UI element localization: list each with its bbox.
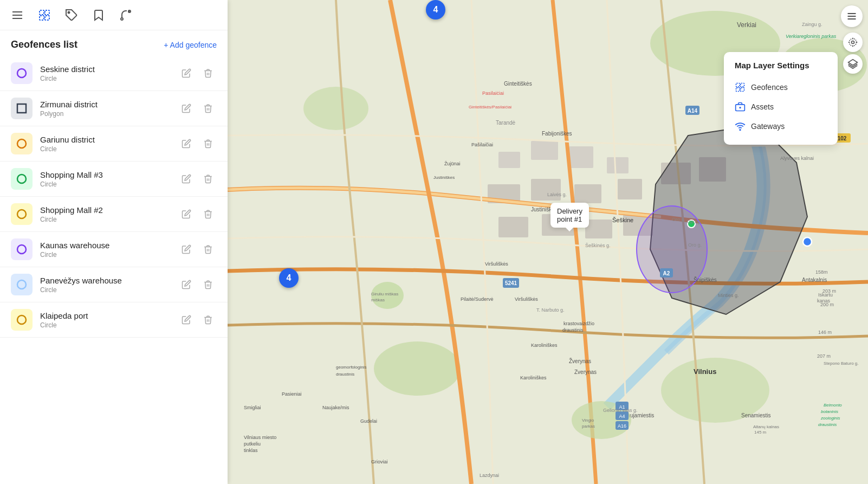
svg-point-16	[17, 280, 26, 289]
edit-geofence-button[interactable]	[178, 64, 195, 82]
delete-geofence-button[interactable]	[199, 241, 217, 258]
svg-text:Verkiai: Verkiai	[737, 21, 756, 29]
svg-point-15	[17, 245, 26, 254]
add-geofence-button[interactable]: + Add geofence	[164, 41, 217, 49]
geofences-layer-label: Geofences	[751, 83, 788, 92]
geofence-info: Shopping Mall #2 Circle	[40, 205, 170, 223]
svg-point-22	[374, 341, 461, 396]
bookmark-tool-icon[interactable]	[90, 7, 107, 24]
geofence-info: Gariunu district Circle	[40, 135, 170, 153]
geofence-shape-icon	[11, 133, 33, 154]
svg-text:A4: A4	[619, 414, 625, 419]
edit-geofence-button[interactable]	[178, 311, 195, 328]
svg-point-137	[852, 41, 854, 44]
cluster-badge-center[interactable]: 4	[279, 268, 299, 288]
layer-settings-title: Map Layer Settings	[735, 61, 827, 70]
svg-text:102: 102	[838, 135, 847, 141]
svg-text:Altanų kalnas: Altanų kalnas	[753, 424, 779, 429]
edit-geofence-button[interactable]	[178, 135, 195, 152]
map-layer-settings-panel: Map Layer Settings Geofences Assets	[724, 52, 838, 145]
delete-geofence-button[interactable]	[199, 100, 217, 117]
svg-text:Karoliniškes: Karoliniškes	[520, 375, 547, 380]
svg-text:Oro g.: Oro g.	[672, 217, 685, 222]
map-area[interactable]: Tarandė Pasilaiċiai Ginteitiškės/Pasilai…	[228, 0, 868, 484]
svg-point-14	[17, 210, 26, 218]
geofences-list-title: Geofences list	[11, 39, 77, 50]
delete-geofence-button[interactable]	[199, 205, 217, 223]
svg-rect-26	[569, 146, 593, 168]
geofence-shape-icon	[11, 274, 33, 295]
location-button[interactable]	[843, 33, 863, 52]
route-tool-icon[interactable]	[117, 7, 134, 24]
list-header: Geofences list + Add geofence	[0, 30, 228, 56]
svg-point-17	[17, 315, 26, 324]
geofence-item: Zirmunai district Polygon	[0, 91, 228, 126]
geofence-list: Seskine district Circle Zirmunai distric…	[0, 56, 228, 484]
delete-geofence-button[interactable]	[199, 276, 217, 293]
svg-text:Vilniaus miesto: Vilniaus miesto	[244, 435, 276, 440]
svg-text:Vilnius: Vilnius	[694, 367, 716, 376]
svg-text:geomorfologinis: geomorfologinis	[336, 365, 366, 370]
svg-text:207 m: 207 m	[817, 353, 831, 359]
edit-geofence-button[interactable]	[178, 241, 195, 258]
svg-rect-30	[574, 184, 601, 203]
top-right-menu-button[interactable]	[841, 5, 863, 27]
edit-geofence-button[interactable]	[178, 100, 195, 117]
edit-geofence-button[interactable]	[178, 170, 195, 188]
cluster-badge-top[interactable]: 4	[426, 0, 445, 20]
geofence-name: Kaunas warehouse	[40, 241, 170, 250]
edit-geofence-button[interactable]	[178, 276, 195, 293]
gateways-icon	[735, 121, 746, 132]
svg-rect-5	[40, 16, 44, 20]
layer-gateways[interactable]: Gateways	[735, 117, 827, 136]
geofence-name: Shopping Mall #3	[40, 170, 170, 179]
svg-text:A16: A16	[618, 423, 626, 429]
delete-geofence-button[interactable]	[199, 135, 217, 152]
svg-text:T. Narbuto g.: T. Narbuto g.	[536, 307, 565, 313]
svg-text:Naujake/mis: Naujake/mis	[322, 405, 349, 410]
svg-text:Alyvuves kalnai: Alyvuves kalnai	[780, 156, 814, 161]
delete-geofence-button[interactable]	[199, 170, 217, 188]
svg-text:draustinis: draustinis	[336, 372, 354, 377]
map-controls	[843, 33, 863, 74]
geofence-type: Polygon	[40, 110, 170, 118]
delete-geofence-button[interactable]	[199, 64, 217, 82]
svg-text:Smigliai: Smigliai	[244, 405, 261, 410]
layer-assets[interactable]: Assets	[735, 97, 827, 117]
svg-text:krastovaizdžio: krastovaizdžio	[563, 321, 594, 326]
svg-rect-143	[741, 88, 744, 92]
svg-rect-11	[17, 104, 26, 113]
geofence-shape-icon	[11, 309, 33, 331]
svg-text:5241: 5241	[505, 280, 517, 286]
geofence-info: Shopping Mall #3 Circle	[40, 170, 170, 188]
layer-geofences[interactable]: Geofences	[735, 78, 827, 97]
svg-rect-24	[498, 152, 520, 168]
svg-point-10	[17, 69, 26, 78]
gateways-layer-label: Gateways	[751, 122, 785, 131]
geofence-shape-icon	[11, 62, 33, 84]
tag-tool-icon[interactable]	[63, 7, 80, 24]
layers-button[interactable]	[843, 54, 863, 74]
svg-text:Minties g.: Minties g.	[718, 293, 739, 298]
svg-text:Žverynas: Žverynas	[569, 358, 591, 364]
svg-text:Fabijoniškes: Fabijoniškes	[542, 131, 572, 137]
svg-text:Verkiaregloninis parkas: Verkiaregloninis parkas	[786, 34, 837, 39]
svg-text:miškas: miškas	[371, 298, 385, 302]
assets-layer-label: Assets	[751, 102, 774, 111]
svg-text:Šnipiškės: Šnipiškės	[694, 276, 717, 283]
geofence-tool-icon[interactable]	[36, 7, 53, 24]
svg-text:A2: A2	[663, 270, 670, 276]
svg-text:Gelionio vilas g.: Gelionio vilas g.	[603, 408, 638, 413]
geofence-item: Kaunas warehouse Circle	[0, 232, 228, 267]
delete-geofence-button[interactable]	[199, 311, 217, 328]
svg-text:Ginteitiškės: Ginteitiškės	[504, 81, 532, 87]
svg-text:Pasieniai: Pasieniai	[282, 391, 302, 397]
geofence-item: Panevėžys warehouse Circle	[0, 267, 228, 302]
edit-geofence-button[interactable]	[178, 205, 195, 223]
svg-text:Iskartu: Iskartu	[818, 292, 833, 298]
hamburger-menu-icon[interactable]	[9, 7, 26, 24]
geofence-info: Klaipeda port Circle	[40, 311, 170, 329]
svg-text:Tarandė: Tarandė	[496, 120, 516, 126]
geofence-actions	[178, 205, 217, 223]
geofence-name: Gariunu district	[40, 135, 170, 144]
